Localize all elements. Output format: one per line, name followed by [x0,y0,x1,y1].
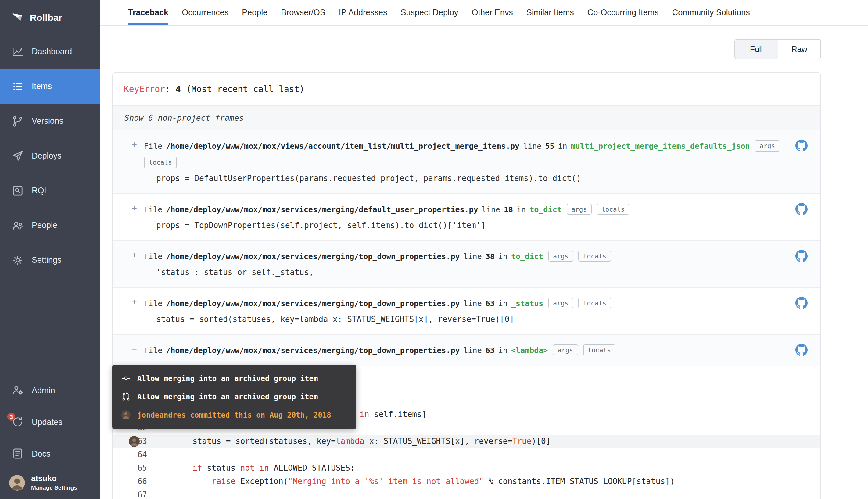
frame-code-preview: props = TopDownProperties(self.project, … [156,220,794,230]
github-link-icon[interactable] [795,343,808,356]
frame-expander-toggle[interactable]: + [132,139,137,149]
frame-function-name: _status [511,297,543,309]
frame-file-path: /home/deploy/www/mox/mox/services/mergin… [166,297,460,309]
settings-icon [12,254,24,266]
frame-line-label: line [482,203,500,215]
sidebar-item-rql[interactable]: RQL [0,173,100,208]
commit-message-link[interactable]: Allow merging into an archived group ite… [121,388,347,405]
commit-message-link[interactable]: Allow merging into an archived group ite… [121,370,347,387]
frame-function-name: to_dict [529,203,562,215]
tab-bar: TracebackOccurrencesPeopleBrowser/OSIP A… [100,0,868,26]
view-toggle-raw[interactable]: Raw [778,40,820,59]
frame-line-number: 63 [485,297,495,309]
frame-line-number: 18 [504,203,513,215]
frame-file-path: /home/deploy/www/mox/mox/views/account/i… [166,140,519,152]
tab-occurrences[interactable]: Occurrences [182,0,228,25]
args-button[interactable]: args [548,297,574,309]
error-note: (Most recent call last) [186,84,305,94]
sidebar-item-items[interactable]: Items [0,69,100,104]
frame-header: File/home/deploy/www/mox/mox/services/me… [144,203,794,215]
main-content: TracebackOccurrencesPeopleBrowser/OSIP A… [100,0,868,499]
commit-text: Allow merging into an archived group ite… [137,392,318,401]
frame-expander-toggle[interactable]: + [132,203,137,212]
sidebar-item-updates[interactable]: 3Updates [0,406,100,438]
frame-expander-toggle[interactable]: + [132,296,137,306]
sidebar-item-admin[interactable]: Admin [0,374,100,406]
tab-other-envs[interactable]: Other Envs [472,0,513,25]
sidebar: Rollbar DashboardItemsVersionsDeploysRQL… [0,0,100,499]
args-button[interactable]: args [567,204,592,215]
code-line: 65 if status not in ALLOWED_STATUSES: [113,461,820,475]
frame-in-label: in [498,250,507,262]
sidebar-item-people[interactable]: People [0,208,100,243]
manage-settings-link[interactable]: Manage Settings [31,484,77,491]
view-toggle-full[interactable]: Full [735,40,778,59]
sidebar-spacer [0,277,100,374]
sidebar-nav: DashboardItemsVersionsDeploysRQLPeopleSe… [0,34,100,277]
commit-text: jondeandres committed this on Aug 20th, … [137,411,331,419]
frame-file-label: File [144,250,162,262]
blame-avatar[interactable] [129,436,140,447]
github-link-icon[interactable] [795,203,808,215]
sidebar-item-docs[interactable]: Docs [0,438,100,470]
locals-button[interactable]: locals [596,204,629,215]
line-number: 65 [113,461,147,475]
non-project-frames-toggle[interactable]: Show 6 non-project frames [113,106,820,131]
args-button[interactable]: args [548,251,574,262]
github-link-icon[interactable] [795,139,808,152]
brand[interactable]: Rollbar [0,0,100,34]
sidebar-item-dashboard[interactable]: Dashboard [0,34,100,69]
args-button[interactable]: args [755,140,780,151]
brand-label: Rollbar [30,12,62,22]
sidebar-item-versions[interactable]: Versions [0,104,100,138]
frame-file-path: /home/deploy/www/mox/mox/services/mergin… [166,203,478,215]
frame-line-label: line [463,297,482,309]
traceback-frame: +File/home/deploy/www/mox/mox/services/m… [113,288,820,334]
tab-suspect-deploy[interactable]: Suspect Deploy [400,0,458,25]
dashboard-icon [12,46,24,58]
sidebar-item-label: Updates [32,417,62,426]
code-line: 64 [113,448,820,461]
frame-code-preview: status = sorted(statuses, key=lambda x: … [156,314,794,324]
code-text: if status not in ALLOWED_STATUSES: [147,461,355,475]
sidebar-item-settings[interactable]: Settings [0,243,100,277]
locals-button[interactable]: locals [144,157,177,168]
locals-button[interactable]: locals [583,344,616,356]
locals-button[interactable]: locals [578,297,611,309]
items-icon [12,80,24,92]
updates-icon: 3 [12,416,24,428]
line-number: 64 [113,448,147,461]
frame-file-label: File [144,344,162,356]
locals-button[interactable]: locals [578,251,611,262]
line-number: 67 [113,488,147,499]
frame-expander-toggle[interactable]: − [132,343,137,353]
code-line: 63 status = sorted(statuses, key=lambda … [113,434,820,448]
args-button[interactable]: args [553,344,578,356]
frame-line-label: line [463,250,482,262]
tab-ip-addresses[interactable]: IP Addresses [339,0,387,25]
sidebar-item-deploys[interactable]: Deploys [0,138,100,173]
github-link-icon[interactable] [795,250,808,262]
tab-traceback[interactable]: Traceback [128,0,168,25]
tab-people[interactable]: People [242,0,267,25]
sidebar-item-label: Settings [32,255,62,265]
sidebar-item-label: Versions [32,117,63,125]
github-link-icon[interactable] [795,296,808,309]
versions-icon [12,115,24,127]
error-separator: : [165,84,170,94]
people-icon [12,219,24,231]
tab-browser-os[interactable]: Browser/OS [281,0,325,25]
tab-similar-items[interactable]: Similar Items [527,0,574,25]
sidebar-item-label: Deploys [32,151,62,160]
frame-in-label: in [558,140,567,152]
commit-icon [121,374,131,383]
tab-co-occurring-items[interactable]: Co-Occurring Items [588,0,659,25]
sidebar-item-label: Docs [32,449,51,458]
frame-function-name: <lambda> [511,344,548,356]
frame-expander-toggle[interactable]: + [132,250,137,259]
sidebar-user[interactable]: atsuko Manage Settings [0,470,100,499]
frame-function-name: to_dict [511,250,543,262]
frame-line-number: 38 [485,250,495,262]
frame-code-preview: props = DefaultUserProperties(params.req… [156,173,794,183]
tab-community-solutions[interactable]: Community Solutions [672,0,750,25]
